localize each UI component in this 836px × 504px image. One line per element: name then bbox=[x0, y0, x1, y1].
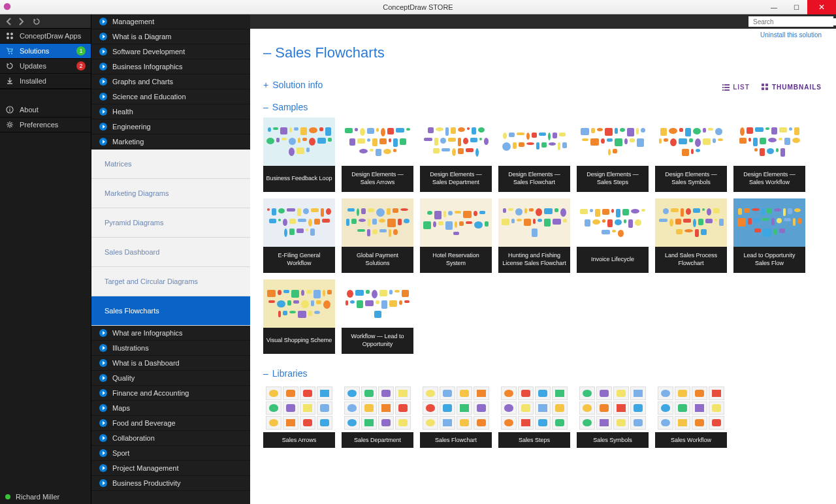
svg-rect-14 bbox=[724, 84, 730, 86]
category-label: Engineering bbox=[112, 123, 151, 131]
category-label: Software Development bbox=[112, 48, 185, 55]
library-caption: Sales Flowchart bbox=[420, 432, 492, 448]
sample-card[interactable]: Invoice Lifecycle bbox=[577, 198, 649, 273]
category-label: Science and Education bbox=[112, 93, 186, 101]
sample-caption: Design Elements — Sales Steps bbox=[577, 166, 649, 192]
category-food-and-beverage[interactable]: Food and Beverage bbox=[91, 416, 250, 431]
category-science-and-education[interactable]: Science and Education bbox=[91, 89, 250, 104]
minimize-button[interactable]: — bbox=[763, 0, 785, 14]
sidebar-item-preferences[interactable]: Preferences bbox=[0, 118, 91, 133]
status-dot-icon bbox=[5, 494, 10, 499]
library-card[interactable]: Sales Flowchart bbox=[420, 384, 492, 448]
sample-card[interactable]: Hotel Reservation System bbox=[420, 198, 492, 273]
library-thumb bbox=[420, 384, 492, 432]
sidebar-item-updates[interactable]: Updates 2 bbox=[0, 59, 91, 74]
category-illustrations[interactable]: Illustrations bbox=[91, 341, 250, 356]
category-business-productivity[interactable]: Business Productivity bbox=[91, 476, 250, 491]
sidebar-item-solutions[interactable]: Solutions 1 bbox=[0, 44, 91, 59]
uninstall-link[interactable]: Uninstall this solution bbox=[760, 31, 822, 39]
sample-card[interactable]: Lead to Opportunity Sales Flow bbox=[733, 198, 805, 273]
badge: 2 bbox=[76, 61, 86, 71]
svg-point-6 bbox=[11, 53, 12, 54]
category-quality[interactable]: Quality bbox=[91, 371, 250, 386]
category-what-are-infographics[interactable]: What are Infographics bbox=[91, 326, 250, 341]
search-input[interactable] bbox=[753, 18, 836, 25]
sample-card[interactable]: Land Sales Process Flowchart bbox=[655, 198, 727, 273]
subcategory-target-and-circular-diagrams[interactable]: Target and Circular Diagrams bbox=[91, 267, 250, 296]
sample-card[interactable]: Design Elements — Sales Arrows bbox=[342, 118, 413, 192]
subcategory-pyramid-diagrams[interactable]: Pyramid Diagrams bbox=[91, 208, 250, 238]
category-label: Sport bbox=[112, 449, 129, 457]
category-engineering[interactable]: Engineering bbox=[91, 119, 250, 134]
sample-card[interactable]: Design Elements — Sales Department bbox=[420, 118, 492, 192]
library-card[interactable]: Sales Steps bbox=[498, 384, 570, 448]
libraries-heading[interactable]: Libraries bbox=[263, 368, 823, 379]
category-health[interactable]: Health bbox=[91, 104, 250, 119]
sidebar-item-about[interactable]: About bbox=[0, 102, 91, 118]
sample-card[interactable]: E-Filing General Workflow bbox=[263, 198, 335, 273]
sample-thumb bbox=[498, 198, 570, 247]
forward-icon[interactable] bbox=[17, 18, 25, 25]
sample-thumb bbox=[655, 118, 727, 166]
sample-card[interactable]: Workflow — Lead to Opportunity bbox=[342, 279, 413, 354]
sidebar-item-installed[interactable]: Installed bbox=[0, 74, 91, 89]
library-card[interactable]: Sales Department bbox=[342, 384, 413, 448]
category-finance-and-accounting[interactable]: Finance and Accounting bbox=[91, 386, 250, 401]
sample-card[interactable]: Design Elements — Sales Symbols bbox=[655, 118, 727, 192]
category-what-is-a-diagram[interactable]: What is a Diagram bbox=[91, 29, 250, 44]
sidebar-item-label: About bbox=[20, 106, 91, 114]
search-box[interactable] bbox=[748, 16, 833, 27]
library-card[interactable]: Sales Workflow bbox=[655, 384, 727, 448]
sidebar-item-conceptdraw-apps[interactable]: ConceptDraw Apps bbox=[0, 29, 91, 44]
view-switch: LIST THUMBNAILS bbox=[722, 84, 822, 91]
apps-icon bbox=[5, 31, 14, 40]
close-button[interactable]: ✕ bbox=[807, 0, 836, 14]
play-icon bbox=[99, 479, 107, 487]
subcategory-marketing-diagrams[interactable]: Marketing Diagrams bbox=[91, 179, 250, 208]
library-card[interactable]: Sales Symbols bbox=[577, 384, 649, 448]
category-graphs-and-charts[interactable]: Graphs and Charts bbox=[91, 74, 250, 89]
category-label: Finance and Accounting bbox=[112, 389, 189, 397]
svg-point-5 bbox=[8, 53, 10, 54]
view-list-button[interactable]: LIST bbox=[722, 84, 750, 91]
sample-card[interactable]: Business Feedback Loop bbox=[263, 118, 335, 192]
back-icon[interactable] bbox=[5, 18, 13, 25]
sample-card[interactable]: Design Elements — Sales Flowchart bbox=[498, 118, 570, 192]
update-icon bbox=[5, 61, 14, 71]
category-project-management[interactable]: Project Management bbox=[91, 461, 250, 476]
samples-heading[interactable]: Samples bbox=[263, 102, 823, 112]
category-business-infographics[interactable]: Business Infographics bbox=[91, 59, 250, 74]
reload-icon[interactable] bbox=[33, 18, 40, 25]
content-scroll[interactable]: Uninstall this solution Sales Flowcharts… bbox=[250, 29, 836, 504]
svg-rect-18 bbox=[724, 89, 730, 91]
play-icon bbox=[99, 404, 107, 412]
maximize-button[interactable]: ☐ bbox=[785, 0, 807, 14]
category-collaboration[interactable]: Collaboration bbox=[91, 431, 250, 446]
subcategory-sales-dashboard[interactable]: Sales Dashboard bbox=[91, 238, 250, 267]
category-sport[interactable]: Sport bbox=[91, 446, 250, 461]
category-management[interactable]: Management bbox=[91, 14, 250, 29]
sample-caption: Design Elements — Sales Symbols bbox=[655, 166, 727, 192]
play-icon bbox=[99, 449, 107, 457]
main-area: Uninstall this solution Sales Flowcharts… bbox=[250, 14, 836, 504]
app-icon bbox=[3, 2, 12, 11]
subcategory-sales-flowcharts[interactable]: Sales Flowcharts bbox=[91, 296, 250, 326]
sample-card[interactable]: Visual Shopping Scheme bbox=[263, 279, 335, 354]
sample-thumb bbox=[655, 198, 727, 247]
category-maps[interactable]: Maps bbox=[91, 401, 250, 416]
view-thumbnails-button[interactable]: THUMBNAILS bbox=[762, 84, 822, 91]
sample-card[interactable]: Design Elements — Sales Steps bbox=[577, 118, 649, 192]
sample-card[interactable]: Global Payment Solutions bbox=[342, 198, 413, 273]
category-marketing[interactable]: Marketing bbox=[91, 134, 250, 150]
subcategory-matrices[interactable]: Matrices bbox=[91, 150, 250, 179]
library-caption: Sales Workflow bbox=[655, 432, 727, 448]
user-status[interactable]: Richard Miller bbox=[0, 490, 91, 504]
library-card[interactable]: Sales Arrows bbox=[263, 384, 335, 448]
category-panel[interactable]: ManagementWhat is a DiagramSoftware Deve… bbox=[91, 14, 250, 504]
category-label: Business Infographics bbox=[112, 63, 183, 71]
sample-card[interactable]: Hunting and Fishing License Sales Flowch… bbox=[498, 198, 570, 273]
category-what-is-a-dashboard[interactable]: What is a Dashboard bbox=[91, 356, 250, 371]
sample-card[interactable]: Design Elements — Sales Workflow bbox=[733, 118, 805, 192]
library-thumb bbox=[263, 384, 335, 432]
category-software-development[interactable]: Software Development bbox=[91, 44, 250, 59]
